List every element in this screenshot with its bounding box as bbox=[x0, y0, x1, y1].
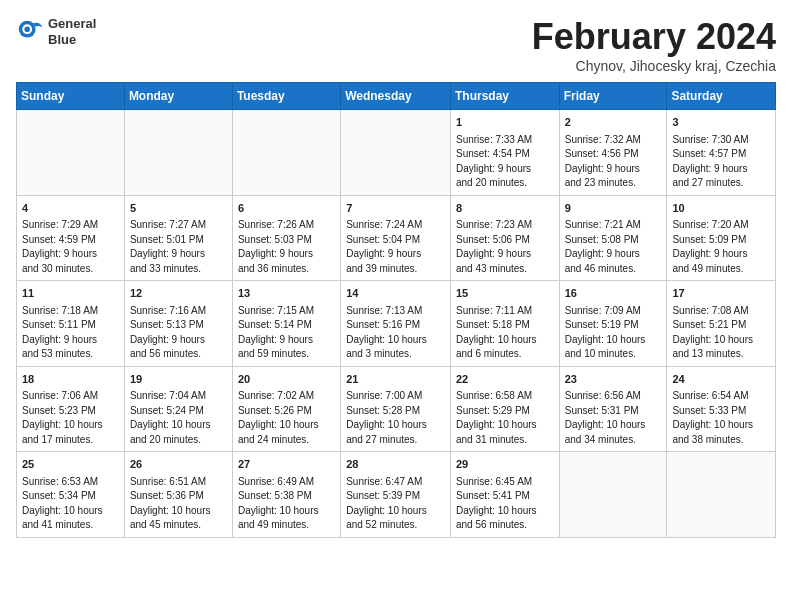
weekday-header-sunday: Sunday bbox=[17, 83, 125, 110]
calendar-week-row: 25Sunrise: 6:53 AM Sunset: 5:34 PM Dayli… bbox=[17, 452, 776, 538]
day-number: 2 bbox=[565, 114, 662, 131]
day-number: 17 bbox=[672, 285, 770, 302]
day-info: Sunrise: 7:02 AM Sunset: 5:26 PM Dayligh… bbox=[238, 389, 335, 447]
day-number: 14 bbox=[346, 285, 445, 302]
logo: General Blue bbox=[16, 16, 96, 47]
calendar-cell: 9Sunrise: 7:21 AM Sunset: 5:08 PM Daylig… bbox=[559, 195, 667, 281]
day-number: 24 bbox=[672, 371, 770, 388]
calendar-cell bbox=[232, 110, 340, 196]
calendar-cell: 29Sunrise: 6:45 AM Sunset: 5:41 PM Dayli… bbox=[450, 452, 559, 538]
day-info: Sunrise: 6:58 AM Sunset: 5:29 PM Dayligh… bbox=[456, 389, 554, 447]
day-number: 9 bbox=[565, 200, 662, 217]
calendar-cell: 22Sunrise: 6:58 AM Sunset: 5:29 PM Dayli… bbox=[450, 366, 559, 452]
day-info: Sunrise: 6:54 AM Sunset: 5:33 PM Dayligh… bbox=[672, 389, 770, 447]
day-number: 5 bbox=[130, 200, 227, 217]
calendar-header: SundayMondayTuesdayWednesdayThursdayFrid… bbox=[17, 83, 776, 110]
calendar-cell: 16Sunrise: 7:09 AM Sunset: 5:19 PM Dayli… bbox=[559, 281, 667, 367]
calendar-cell: 12Sunrise: 7:16 AM Sunset: 5:13 PM Dayli… bbox=[124, 281, 232, 367]
calendar-cell: 5Sunrise: 7:27 AM Sunset: 5:01 PM Daylig… bbox=[124, 195, 232, 281]
day-info: Sunrise: 7:27 AM Sunset: 5:01 PM Dayligh… bbox=[130, 218, 227, 276]
day-info: Sunrise: 6:47 AM Sunset: 5:39 PM Dayligh… bbox=[346, 475, 445, 533]
day-info: Sunrise: 7:20 AM Sunset: 5:09 PM Dayligh… bbox=[672, 218, 770, 276]
logo-text: General Blue bbox=[48, 16, 96, 47]
title-section: February 2024 Chynov, Jihocesky kraj, Cz… bbox=[532, 16, 776, 74]
day-number: 8 bbox=[456, 200, 554, 217]
day-number: 19 bbox=[130, 371, 227, 388]
day-number: 13 bbox=[238, 285, 335, 302]
day-info: Sunrise: 7:08 AM Sunset: 5:21 PM Dayligh… bbox=[672, 304, 770, 362]
calendar-cell: 3Sunrise: 7:30 AM Sunset: 4:57 PM Daylig… bbox=[667, 110, 776, 196]
calendar-cell: 23Sunrise: 6:56 AM Sunset: 5:31 PM Dayli… bbox=[559, 366, 667, 452]
calendar-cell: 26Sunrise: 6:51 AM Sunset: 5:36 PM Dayli… bbox=[124, 452, 232, 538]
calendar-cell: 27Sunrise: 6:49 AM Sunset: 5:38 PM Dayli… bbox=[232, 452, 340, 538]
calendar-cell: 24Sunrise: 6:54 AM Sunset: 5:33 PM Dayli… bbox=[667, 366, 776, 452]
day-number: 20 bbox=[238, 371, 335, 388]
day-info: Sunrise: 6:53 AM Sunset: 5:34 PM Dayligh… bbox=[22, 475, 119, 533]
day-info: Sunrise: 6:49 AM Sunset: 5:38 PM Dayligh… bbox=[238, 475, 335, 533]
calendar-cell: 1Sunrise: 7:33 AM Sunset: 4:54 PM Daylig… bbox=[450, 110, 559, 196]
calendar-cell bbox=[17, 110, 125, 196]
calendar-table: SundayMondayTuesdayWednesdayThursdayFrid… bbox=[16, 82, 776, 538]
calendar-body: 1Sunrise: 7:33 AM Sunset: 4:54 PM Daylig… bbox=[17, 110, 776, 538]
day-info: Sunrise: 7:18 AM Sunset: 5:11 PM Dayligh… bbox=[22, 304, 119, 362]
calendar-cell: 14Sunrise: 7:13 AM Sunset: 5:16 PM Dayli… bbox=[341, 281, 451, 367]
calendar-cell: 25Sunrise: 6:53 AM Sunset: 5:34 PM Dayli… bbox=[17, 452, 125, 538]
calendar-cell: 28Sunrise: 6:47 AM Sunset: 5:39 PM Dayli… bbox=[341, 452, 451, 538]
header: General Blue February 2024 Chynov, Jihoc… bbox=[16, 16, 776, 74]
calendar-week-row: 4Sunrise: 7:29 AM Sunset: 4:59 PM Daylig… bbox=[17, 195, 776, 281]
weekday-header-saturday: Saturday bbox=[667, 83, 776, 110]
day-info: Sunrise: 7:30 AM Sunset: 4:57 PM Dayligh… bbox=[672, 133, 770, 191]
day-info: Sunrise: 7:09 AM Sunset: 5:19 PM Dayligh… bbox=[565, 304, 662, 362]
day-number: 18 bbox=[22, 371, 119, 388]
day-info: Sunrise: 6:51 AM Sunset: 5:36 PM Dayligh… bbox=[130, 475, 227, 533]
day-info: Sunrise: 6:56 AM Sunset: 5:31 PM Dayligh… bbox=[565, 389, 662, 447]
calendar-cell: 6Sunrise: 7:26 AM Sunset: 5:03 PM Daylig… bbox=[232, 195, 340, 281]
day-number: 26 bbox=[130, 456, 227, 473]
calendar-cell: 21Sunrise: 7:00 AM Sunset: 5:28 PM Dayli… bbox=[341, 366, 451, 452]
day-info: Sunrise: 7:15 AM Sunset: 5:14 PM Dayligh… bbox=[238, 304, 335, 362]
location: Chynov, Jihocesky kraj, Czechia bbox=[532, 58, 776, 74]
day-info: Sunrise: 7:06 AM Sunset: 5:23 PM Dayligh… bbox=[22, 389, 119, 447]
calendar-cell: 11Sunrise: 7:18 AM Sunset: 5:11 PM Dayli… bbox=[17, 281, 125, 367]
weekday-header-monday: Monday bbox=[124, 83, 232, 110]
day-number: 28 bbox=[346, 456, 445, 473]
day-info: Sunrise: 7:11 AM Sunset: 5:18 PM Dayligh… bbox=[456, 304, 554, 362]
calendar-cell bbox=[559, 452, 667, 538]
calendar-cell: 19Sunrise: 7:04 AM Sunset: 5:24 PM Dayli… bbox=[124, 366, 232, 452]
logo-line1: General bbox=[48, 16, 96, 32]
logo-line2: Blue bbox=[48, 32, 96, 48]
day-info: Sunrise: 7:00 AM Sunset: 5:28 PM Dayligh… bbox=[346, 389, 445, 447]
day-number: 6 bbox=[238, 200, 335, 217]
day-info: Sunrise: 7:13 AM Sunset: 5:16 PM Dayligh… bbox=[346, 304, 445, 362]
calendar-cell bbox=[341, 110, 451, 196]
calendar-week-row: 11Sunrise: 7:18 AM Sunset: 5:11 PM Dayli… bbox=[17, 281, 776, 367]
day-number: 10 bbox=[672, 200, 770, 217]
calendar-cell: 10Sunrise: 7:20 AM Sunset: 5:09 PM Dayli… bbox=[667, 195, 776, 281]
day-number: 3 bbox=[672, 114, 770, 131]
calendar-week-row: 18Sunrise: 7:06 AM Sunset: 5:23 PM Dayli… bbox=[17, 366, 776, 452]
calendar-cell: 8Sunrise: 7:23 AM Sunset: 5:06 PM Daylig… bbox=[450, 195, 559, 281]
calendar-cell: 13Sunrise: 7:15 AM Sunset: 5:14 PM Dayli… bbox=[232, 281, 340, 367]
day-number: 11 bbox=[22, 285, 119, 302]
day-info: Sunrise: 7:32 AM Sunset: 4:56 PM Dayligh… bbox=[565, 133, 662, 191]
calendar-cell: 15Sunrise: 7:11 AM Sunset: 5:18 PM Dayli… bbox=[450, 281, 559, 367]
month-year: February 2024 bbox=[532, 16, 776, 58]
weekday-header-row: SundayMondayTuesdayWednesdayThursdayFrid… bbox=[17, 83, 776, 110]
calendar-cell: 7Sunrise: 7:24 AM Sunset: 5:04 PM Daylig… bbox=[341, 195, 451, 281]
day-info: Sunrise: 7:26 AM Sunset: 5:03 PM Dayligh… bbox=[238, 218, 335, 276]
day-info: Sunrise: 6:45 AM Sunset: 5:41 PM Dayligh… bbox=[456, 475, 554, 533]
calendar-cell bbox=[124, 110, 232, 196]
weekday-header-friday: Friday bbox=[559, 83, 667, 110]
day-number: 23 bbox=[565, 371, 662, 388]
day-info: Sunrise: 7:23 AM Sunset: 5:06 PM Dayligh… bbox=[456, 218, 554, 276]
calendar-week-row: 1Sunrise: 7:33 AM Sunset: 4:54 PM Daylig… bbox=[17, 110, 776, 196]
day-number: 27 bbox=[238, 456, 335, 473]
day-info: Sunrise: 7:29 AM Sunset: 4:59 PM Dayligh… bbox=[22, 218, 119, 276]
calendar-cell bbox=[667, 452, 776, 538]
day-number: 7 bbox=[346, 200, 445, 217]
day-number: 1 bbox=[456, 114, 554, 131]
weekday-header-thursday: Thursday bbox=[450, 83, 559, 110]
day-info: Sunrise: 7:24 AM Sunset: 5:04 PM Dayligh… bbox=[346, 218, 445, 276]
day-number: 16 bbox=[565, 285, 662, 302]
day-number: 22 bbox=[456, 371, 554, 388]
